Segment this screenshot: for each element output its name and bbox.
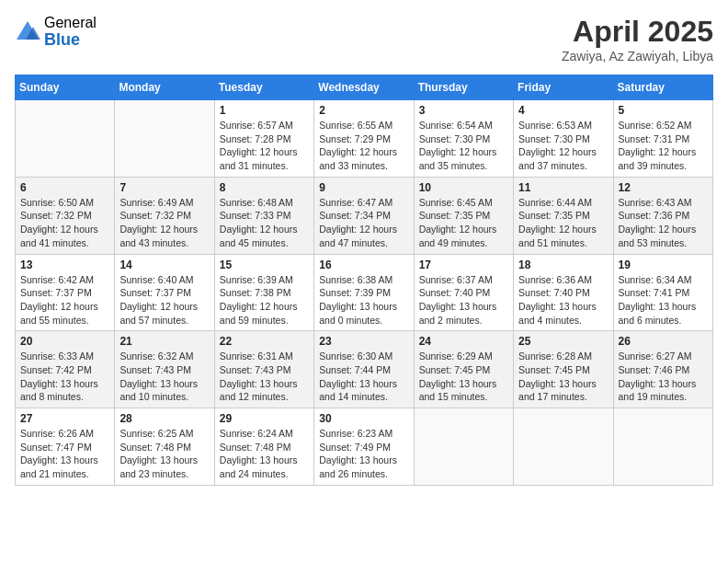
calendar-cell	[514, 408, 613, 486]
day-number: 4	[518, 104, 608, 117]
calendar-cell	[613, 408, 712, 486]
day-detail: Sunrise: 6:26 AM Sunset: 7:47 PM Dayligh…	[20, 427, 109, 481]
day-detail: Sunrise: 6:28 AM Sunset: 7:45 PM Dayligh…	[518, 350, 608, 404]
day-detail: Sunrise: 6:52 AM Sunset: 7:31 PM Dayligh…	[619, 119, 708, 173]
day-detail: Sunrise: 6:53 AM Sunset: 7:30 PM Dayligh…	[518, 119, 608, 173]
calendar-cell: 9Sunrise: 6:47 AM Sunset: 7:34 PM Daylig…	[314, 177, 414, 254]
day-number: 19	[619, 259, 708, 271]
calendar-cell: 18Sunrise: 6:36 AM Sunset: 7:40 PM Dayli…	[514, 254, 613, 331]
day-number: 21	[119, 335, 209, 348]
calendar-cell: 20Sunrise: 6:33 AM Sunset: 7:42 PM Dayli…	[16, 331, 115, 408]
day-number: 25	[518, 335, 608, 348]
calendar-cell	[414, 408, 513, 486]
calendar-cell: 7Sunrise: 6:49 AM Sunset: 7:32 PM Daylig…	[115, 177, 214, 254]
calendar-cell: 28Sunrise: 6:25 AM Sunset: 7:48 PM Dayli…	[115, 408, 214, 486]
calendar-week-row: 1Sunrise: 6:57 AM Sunset: 7:28 PM Daylig…	[16, 100, 713, 178]
logo-text: General Blue	[44, 15, 97, 49]
day-number: 10	[419, 181, 508, 194]
day-detail: Sunrise: 6:36 AM Sunset: 7:40 PM Dayligh…	[518, 273, 608, 327]
day-detail: Sunrise: 6:25 AM Sunset: 7:48 PM Dayligh…	[119, 427, 209, 481]
day-number: 18	[518, 259, 608, 271]
day-detail: Sunrise: 6:45 AM Sunset: 7:35 PM Dayligh…	[419, 196, 508, 250]
day-detail: Sunrise: 6:54 AM Sunset: 7:30 PM Dayligh…	[419, 119, 508, 173]
logo-general: General	[44, 15, 97, 31]
day-detail: Sunrise: 6:37 AM Sunset: 7:40 PM Dayligh…	[419, 273, 508, 327]
day-detail: Sunrise: 6:27 AM Sunset: 7:46 PM Dayligh…	[619, 350, 708, 404]
day-detail: Sunrise: 6:44 AM Sunset: 7:35 PM Dayligh…	[518, 196, 608, 250]
page-header: General Blue April 2025 Zawiya, Az Zawiy…	[15, 15, 713, 63]
calendar-cell: 23Sunrise: 6:30 AM Sunset: 7:44 PM Dayli…	[314, 331, 414, 408]
day-detail: Sunrise: 6:38 AM Sunset: 7:39 PM Dayligh…	[319, 273, 408, 327]
day-number: 2	[319, 104, 408, 117]
calendar-cell: 3Sunrise: 6:54 AM Sunset: 7:30 PM Daylig…	[414, 100, 513, 178]
day-detail: Sunrise: 6:55 AM Sunset: 7:29 PM Dayligh…	[319, 119, 408, 173]
day-number: 15	[220, 259, 309, 271]
day-number: 13	[20, 259, 109, 271]
day-detail: Sunrise: 6:43 AM Sunset: 7:36 PM Dayligh…	[619, 196, 708, 250]
day-detail: Sunrise: 6:57 AM Sunset: 7:28 PM Dayligh…	[220, 119, 309, 173]
calendar-cell: 21Sunrise: 6:32 AM Sunset: 7:43 PM Dayli…	[115, 331, 214, 408]
day-number: 30	[319, 412, 408, 425]
calendar-cell: 5Sunrise: 6:52 AM Sunset: 7:31 PM Daylig…	[613, 100, 712, 178]
calendar-week-row: 13Sunrise: 6:42 AM Sunset: 7:37 PM Dayli…	[16, 254, 713, 331]
title-block: April 2025 Zawiya, Az Zawiyah, Libya	[562, 15, 713, 63]
day-detail: Sunrise: 6:24 AM Sunset: 7:48 PM Dayligh…	[220, 427, 309, 481]
day-number: 1	[220, 104, 309, 117]
calendar-cell: 15Sunrise: 6:39 AM Sunset: 7:38 PM Dayli…	[214, 254, 313, 331]
day-number: 5	[619, 104, 708, 117]
day-number: 24	[419, 335, 508, 348]
day-detail: Sunrise: 6:50 AM Sunset: 7:32 PM Dayligh…	[20, 196, 109, 250]
day-detail: Sunrise: 6:47 AM Sunset: 7:34 PM Dayligh…	[319, 196, 408, 250]
day-number: 29	[220, 412, 309, 425]
calendar-cell: 1Sunrise: 6:57 AM Sunset: 7:28 PM Daylig…	[214, 100, 313, 178]
day-number: 6	[20, 181, 109, 194]
day-detail: Sunrise: 6:30 AM Sunset: 7:44 PM Dayligh…	[319, 350, 408, 404]
day-detail: Sunrise: 6:33 AM Sunset: 7:42 PM Dayligh…	[20, 350, 109, 404]
day-number: 26	[619, 335, 708, 348]
calendar-cell: 2Sunrise: 6:55 AM Sunset: 7:29 PM Daylig…	[314, 100, 414, 178]
weekday-header: Sunday	[16, 75, 115, 100]
calendar-cell: 17Sunrise: 6:37 AM Sunset: 7:40 PM Dayli…	[414, 254, 513, 331]
day-detail: Sunrise: 6:42 AM Sunset: 7:37 PM Dayligh…	[20, 273, 109, 327]
calendar-header-row: SundayMondayTuesdayWednesdayThursdayFrid…	[16, 75, 713, 100]
day-number: 8	[220, 181, 309, 194]
calendar-cell: 19Sunrise: 6:34 AM Sunset: 7:41 PM Dayli…	[613, 254, 712, 331]
weekday-header: Wednesday	[314, 75, 414, 100]
logo-icon	[15, 19, 40, 45]
calendar-cell: 11Sunrise: 6:44 AM Sunset: 7:35 PM Dayli…	[514, 177, 613, 254]
day-detail: Sunrise: 6:40 AM Sunset: 7:37 PM Dayligh…	[119, 273, 209, 327]
calendar-week-row: 20Sunrise: 6:33 AM Sunset: 7:42 PM Dayli…	[16, 331, 713, 408]
day-detail: Sunrise: 6:48 AM Sunset: 7:33 PM Dayligh…	[220, 196, 309, 250]
day-number: 27	[20, 412, 109, 425]
day-number: 20	[20, 335, 109, 348]
day-number: 9	[319, 181, 408, 194]
calendar-table: SundayMondayTuesdayWednesdayThursdayFrid…	[15, 75, 713, 486]
day-number: 7	[119, 181, 209, 194]
calendar-cell: 26Sunrise: 6:27 AM Sunset: 7:46 PM Dayli…	[613, 331, 712, 408]
calendar-cell: 10Sunrise: 6:45 AM Sunset: 7:35 PM Dayli…	[414, 177, 513, 254]
calendar-cell: 25Sunrise: 6:28 AM Sunset: 7:45 PM Dayli…	[514, 331, 613, 408]
day-detail: Sunrise: 6:32 AM Sunset: 7:43 PM Dayligh…	[119, 350, 209, 404]
calendar-cell: 24Sunrise: 6:29 AM Sunset: 7:45 PM Dayli…	[414, 331, 513, 408]
weekday-header: Saturday	[613, 75, 712, 100]
day-detail: Sunrise: 6:31 AM Sunset: 7:43 PM Dayligh…	[220, 350, 309, 404]
calendar-cell	[16, 100, 115, 178]
calendar-cell: 27Sunrise: 6:26 AM Sunset: 7:47 PM Dayli…	[16, 408, 115, 486]
day-detail: Sunrise: 6:49 AM Sunset: 7:32 PM Dayligh…	[119, 196, 209, 250]
calendar-cell: 30Sunrise: 6:23 AM Sunset: 7:49 PM Dayli…	[314, 408, 414, 486]
calendar-cell	[115, 100, 214, 178]
calendar-cell: 22Sunrise: 6:31 AM Sunset: 7:43 PM Dayli…	[214, 331, 313, 408]
day-number: 28	[119, 412, 209, 425]
weekday-header: Thursday	[414, 75, 513, 100]
day-number: 12	[619, 181, 708, 194]
day-detail: Sunrise: 6:23 AM Sunset: 7:49 PM Dayligh…	[319, 427, 408, 481]
calendar-week-row: 27Sunrise: 6:26 AM Sunset: 7:47 PM Dayli…	[16, 408, 713, 486]
logo: General Blue	[15, 15, 97, 49]
weekday-header: Tuesday	[214, 75, 313, 100]
calendar-cell: 8Sunrise: 6:48 AM Sunset: 7:33 PM Daylig…	[214, 177, 313, 254]
day-number: 3	[419, 104, 508, 117]
day-detail: Sunrise: 6:34 AM Sunset: 7:41 PM Dayligh…	[619, 273, 708, 327]
weekday-header: Friday	[514, 75, 613, 100]
calendar-cell: 29Sunrise: 6:24 AM Sunset: 7:48 PM Dayli…	[214, 408, 313, 486]
day-number: 16	[319, 259, 408, 271]
